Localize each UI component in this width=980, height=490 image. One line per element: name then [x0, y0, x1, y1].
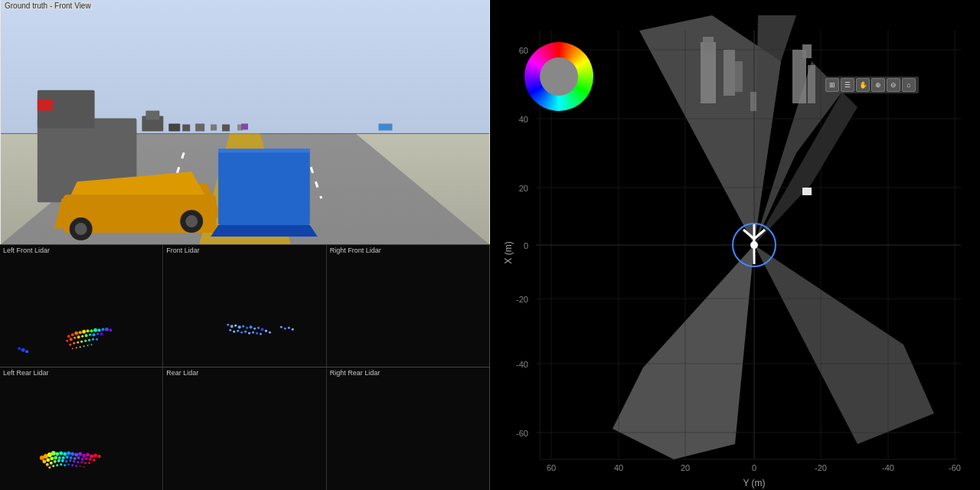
svg-point-144: [80, 466, 81, 467]
svg-point-105: [82, 453, 86, 457]
svg-point-142: [71, 464, 74, 466]
svg-point-101: [67, 451, 70, 455]
svg-rect-199: [808, 65, 815, 103]
toolbar-btn-home[interactable]: ⌂: [902, 78, 916, 92]
svg-point-139: [60, 463, 62, 466]
svg-point-79: [230, 329, 232, 332]
svg-rect-27: [218, 149, 310, 225]
left-panel: Ground truth - Front View: [0, 0, 490, 490]
svg-point-54: [100, 332, 103, 335]
svg-point-116: [66, 456, 69, 459]
svg-point-39: [90, 329, 93, 332]
svg-rect-8: [145, 111, 159, 120]
svg-point-102: [70, 452, 74, 456]
svg-point-60: [88, 339, 90, 341]
svg-text:Y (m): Y (m): [743, 478, 765, 488]
svg-point-65: [80, 346, 81, 348]
svg-point-67: [87, 345, 89, 346]
svg-text:40: 40: [614, 463, 623, 472]
rear-lidar-panel: Rear Lidar: [163, 368, 326, 490]
svg-point-50: [85, 334, 88, 337]
svg-point-30: [21, 348, 25, 352]
right-front-lidar-label: Right Front Lidar: [330, 247, 381, 254]
svg-point-108: [93, 453, 97, 457]
svg-point-123: [93, 459, 96, 462]
svg-point-56: [73, 342, 75, 345]
svg-text:-40: -40: [516, 360, 528, 369]
svg-point-132: [77, 461, 79, 463]
svg-point-63: [72, 348, 74, 349]
lidar-bottom-row: Left Rear Lidar: [0, 368, 489, 490]
svg-text:-40: -40: [882, 463, 894, 472]
svg-point-36: [79, 331, 82, 334]
front-lidar-label: Front Lidar: [166, 247, 200, 254]
svg-point-38: [87, 329, 90, 332]
left-rear-lidar-label: Left Rear Lidar: [3, 369, 49, 377]
svg-text:-60: -60: [949, 463, 961, 472]
svg-point-136: [48, 466, 51, 469]
svg-text:60: 60: [547, 463, 556, 472]
svg-point-71: [235, 325, 237, 327]
svg-point-34: [71, 333, 74, 336]
svg-rect-10: [182, 124, 190, 131]
svg-point-90: [280, 326, 283, 328]
right-front-lidar-view: [327, 245, 489, 367]
svg-point-48: [77, 335, 80, 338]
svg-point-137: [52, 465, 54, 467]
svg-text:60: 60: [519, 46, 528, 55]
svg-text:-20: -20: [516, 295, 528, 304]
svg-rect-9: [168, 123, 180, 131]
tracker-toolbar[interactable]: ⊞ ☰ ✋ ⊕ ⊖ ⌂: [822, 77, 919, 93]
front-lidar-view: [163, 245, 325, 367]
grid-tracker-panel: Grid-based Tracker: [490, 0, 980, 490]
toolbar-btn-zoom-in[interactable]: ⊕: [871, 78, 885, 92]
svg-point-85: [252, 332, 254, 334]
svg-point-78: [261, 328, 264, 331]
svg-rect-193: [703, 37, 714, 52]
svg-point-43: [105, 328, 109, 332]
left-front-lidar-view: [0, 245, 162, 367]
svg-text:0: 0: [524, 241, 528, 250]
ground-truth-label: Ground truth - Front View: [3, 2, 93, 10]
svg-point-145: [83, 466, 85, 468]
svg-point-113: [54, 456, 57, 459]
svg-point-107: [90, 454, 93, 458]
svg-rect-195: [735, 61, 743, 92]
svg-point-117: [70, 456, 73, 459]
svg-point-44: [109, 328, 112, 332]
svg-point-62: [96, 338, 98, 341]
toolbar-btn-zoom-out[interactable]: ⊖: [887, 78, 900, 92]
rear-lidar-view: [163, 368, 325, 490]
svg-point-125: [50, 462, 53, 465]
svg-marker-29: [211, 225, 318, 237]
rear-lidar-label: Rear Lidar: [166, 369, 198, 377]
svg-point-118: [74, 457, 77, 460]
svg-point-53: [96, 333, 99, 335]
svg-point-127: [57, 459, 60, 462]
svg-point-130: [69, 459, 71, 462]
svg-text:0: 0: [752, 463, 756, 472]
svg-point-111: [46, 458, 50, 462]
left-rear-points: [40, 451, 101, 469]
svg-point-42: [101, 328, 104, 331]
svg-point-47: [74, 337, 76, 339]
svg-point-77: [257, 327, 260, 329]
svg-point-135: [88, 462, 90, 464]
toolbar-btn-list[interactable]: ☰: [841, 78, 854, 92]
svg-point-61: [92, 338, 94, 341]
svg-point-138: [56, 464, 58, 466]
svg-text:X (m): X (m): [503, 241, 514, 263]
svg-rect-191: [802, 188, 812, 195]
right-rear-lidar-panel: Right Rear Lidar: [327, 368, 489, 490]
ground-truth-scene: [0, 0, 490, 244]
toolbar-btn-grid[interactable]: ⊞: [825, 78, 839, 92]
svg-point-122: [89, 458, 92, 461]
lidar-points: [18, 328, 112, 353]
toolbar-btn-pan[interactable]: ✋: [856, 78, 870, 92]
svg-point-84: [248, 332, 250, 335]
svg-point-86: [256, 332, 258, 335]
left-rear-lidar-panel: Left Rear Lidar: [0, 368, 163, 490]
svg-point-57: [77, 341, 79, 344]
svg-point-93: [292, 328, 294, 331]
svg-rect-13: [222, 124, 230, 131]
